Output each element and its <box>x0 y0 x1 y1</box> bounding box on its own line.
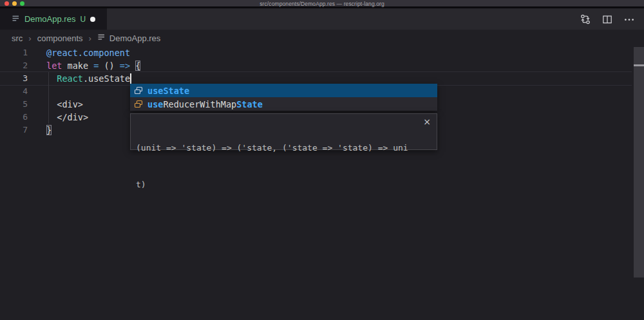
chevron-right-icon: › <box>89 33 91 43</box>
breadcrumb-file[interactable]: DemoApp.res <box>97 33 160 43</box>
split-editor-icon[interactable] <box>601 14 613 25</box>
module-token: React <box>57 73 83 84</box>
suggest-label-match: use <box>147 99 163 109</box>
vertical-scrollbar[interactable] <box>634 47 644 278</box>
rescript-file-icon <box>12 14 20 25</box>
suggest-label-match: State <box>236 99 263 109</box>
decorator-token: @react.component <box>46 48 130 58</box>
suggest-label-plain: ReducerWithMap <box>163 99 236 109</box>
tab-bar: DemoApp.res U <box>0 8 644 30</box>
suggest-item-usestate[interactable]: useState <box>130 84 437 97</box>
code-line-1[interactable]: 1 @react.component <box>0 46 644 59</box>
close-icon[interactable]: × <box>423 117 431 126</box>
close-brace-token: } <box>46 125 52 135</box>
code-line-2[interactable]: 2 let make = () => { <box>0 59 644 72</box>
indent-guide <box>48 72 49 124</box>
breadcrumb-filename: DemoApp.res <box>109 33 160 43</box>
arrow-token: => <box>120 61 130 71</box>
keyword-token: let <box>46 61 62 71</box>
overview-ruler-cursor-mark <box>634 64 644 66</box>
jsx-token: <div> <box>46 99 83 109</box>
line-number: 4 <box>0 85 28 98</box>
suggest-docs-panel: (unit => 'state) => ('state, ('state => … <box>130 113 437 150</box>
tab-filename: DemoApp.res <box>24 14 75 24</box>
member-token: .useState <box>83 73 130 84</box>
breadcrumb-components[interactable]: components <box>37 33 83 43</box>
line-number: 1 <box>0 46 28 59</box>
titlebar: src/components/DemoApp.res — rescript-la… <box>0 0 644 8</box>
open-changes-icon[interactable] <box>580 14 591 25</box>
line-number: 2 <box>0 59 28 72</box>
parens-token: () <box>99 61 120 71</box>
modified-dot-icon[interactable] <box>90 17 95 22</box>
rescript-file-icon <box>97 33 106 43</box>
more-actions-icon[interactable] <box>623 14 635 25</box>
suggest-widget: useState useReducerWithMapState (unit =>… <box>130 84 437 111</box>
breadcrumb: src › components › DemoApp.res <box>0 30 644 46</box>
git-status-badge: U <box>80 15 86 24</box>
text-cursor <box>130 73 131 84</box>
line-number: 7 <box>0 124 28 136</box>
vscode-window: src/components/DemoApp.res — rescript-la… <box>0 0 644 320</box>
suggest-list: useState useReducerWithMapState <box>130 84 437 111</box>
line-number: 6 <box>0 111 28 124</box>
current-line-border <box>0 71 632 72</box>
open-brace-token: { <box>135 61 140 71</box>
code-line-3-active[interactable]: 3 React.useState <box>0 72 644 85</box>
identifier-token: make <box>62 61 93 71</box>
tab-demoapp[interactable]: DemoApp.res U <box>0 8 107 30</box>
chevron-right-icon: › <box>28 33 31 43</box>
line-number-active: 3 <box>0 72 28 85</box>
type-signature-line: t) <box>136 178 417 191</box>
type-signature-line: (unit => 'state) => ('state, ('state => … <box>136 142 417 154</box>
window-title: src/components/DemoApp.res — rescript-la… <box>0 1 644 7</box>
line-number: 5 <box>0 98 28 111</box>
breadcrumb-src[interactable]: src <box>12 33 23 43</box>
jsx-token: </div> <box>46 112 88 122</box>
editor-actions <box>580 8 635 30</box>
suggest-label-match: useState <box>147 86 189 96</box>
editor-pane[interactable]: 1 @react.component 2 let make = () => { … <box>0 46 644 320</box>
suggest-item-usereducerwithmapstate[interactable]: useReducerWithMapState <box>130 97 437 111</box>
